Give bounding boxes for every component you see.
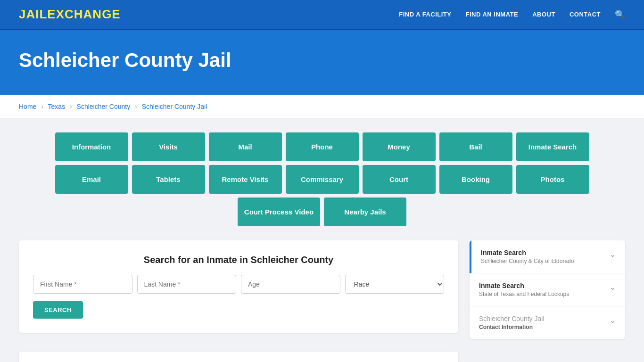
sidebar-item-1[interactable]: Inmate Search State of Texas and Federal… bbox=[470, 273, 625, 306]
chevron-down-icon-2: ⌄ bbox=[610, 316, 616, 325]
logo-exchange: EXCHANGE bbox=[47, 7, 120, 21]
sidebar-item-0[interactable]: Inmate Search Schleicher County & City o… bbox=[470, 240, 625, 273]
btn-court[interactable]: Court bbox=[363, 165, 436, 194]
logo-jail: JAIL bbox=[19, 7, 47, 21]
nav-links: FIND A FACILITY FIND AN INMATE ABOUT CON… bbox=[399, 9, 625, 20]
page-title: Schleicher County Jail bbox=[19, 49, 625, 72]
breadcrumb-texas[interactable]: Texas bbox=[48, 103, 66, 110]
btn-tablets[interactable]: Tablets bbox=[132, 165, 205, 194]
search-section: Search for an Inmate in Schleicher Count… bbox=[19, 240, 458, 333]
btn-booking[interactable]: Booking bbox=[439, 165, 512, 194]
button-row-3: Court Process Video Nearby Jails bbox=[19, 197, 625, 226]
nav-find-inmate[interactable]: FIND AN INMATE bbox=[465, 11, 518, 18]
sidebar-item-2-title: Schleicher County Jail bbox=[479, 315, 545, 322]
race-select[interactable]: Race White Black Hispanic Asian Other bbox=[345, 275, 445, 294]
button-row-2: Email Tablets Remote Visits Commissary C… bbox=[19, 165, 625, 194]
sidebar-item-2-subtitle: Contact Information bbox=[479, 324, 545, 330]
sidebar-card: Inmate Search Schleicher County & City o… bbox=[470, 240, 625, 339]
btn-commissary[interactable]: Commissary bbox=[286, 165, 359, 194]
last-name-input[interactable] bbox=[137, 275, 237, 294]
hero-section: Schleicher County Jail bbox=[0, 30, 644, 95]
sidebar-item-0-text: Inmate Search Schleicher County & City o… bbox=[481, 249, 574, 264]
sidebar-item-0-title: Inmate Search bbox=[481, 249, 574, 256]
btn-remote-visits[interactable]: Remote Visits bbox=[209, 165, 282, 194]
breadcrumb-sep-1: › bbox=[41, 103, 43, 110]
btn-inmate-search[interactable]: Inmate Search bbox=[516, 132, 589, 161]
sidebar: Inmate Search Schleicher County & City o… bbox=[470, 240, 625, 339]
sidebar-item-1-text: Inmate Search State of Texas and Federal… bbox=[479, 282, 569, 297]
search-title: Search for an Inmate in Schleicher Count… bbox=[33, 255, 444, 265]
breadcrumb-sep-3: › bbox=[135, 103, 137, 110]
nav-find-facility[interactable]: FIND A FACILITY bbox=[399, 11, 451, 18]
nav-about[interactable]: ABOUT bbox=[532, 11, 555, 18]
button-grid: Information Visits Mail Phone Money Bail… bbox=[19, 132, 625, 226]
breadcrumb-current: Schleicher County Jail bbox=[142, 103, 207, 110]
first-name-input[interactable] bbox=[33, 275, 132, 294]
search-icon[interactable]: 🔍 bbox=[615, 9, 625, 20]
btn-email[interactable]: Email bbox=[55, 165, 128, 194]
age-input[interactable] bbox=[241, 275, 340, 294]
button-row-1: Information Visits Mail Phone Money Bail… bbox=[19, 132, 625, 161]
navbar: JAILEXCHANGE FIND A FACILITY FIND AN INM… bbox=[0, 0, 644, 30]
breadcrumb: Home › Texas › Schleicher County › Schle… bbox=[0, 95, 644, 118]
btn-visits[interactable]: Visits bbox=[132, 132, 205, 161]
sidebar-item-1-title: Inmate Search bbox=[479, 282, 569, 289]
btn-nearby-jails[interactable]: Nearby Jails bbox=[324, 197, 406, 226]
site-logo[interactable]: JAILEXCHANGE bbox=[19, 7, 121, 22]
search-inputs: Race White Black Hispanic Asian Other bbox=[33, 275, 444, 294]
btn-court-process-video[interactable]: Court Process Video bbox=[238, 197, 320, 226]
search-button[interactable]: SEARCH bbox=[33, 301, 83, 319]
btn-information[interactable]: Information bbox=[55, 132, 128, 161]
btn-money[interactable]: Money bbox=[363, 132, 436, 161]
btn-photos[interactable]: Photos bbox=[516, 165, 589, 194]
nav-contact[interactable]: CONTACT bbox=[570, 11, 601, 18]
btn-bail[interactable]: Bail bbox=[439, 132, 512, 161]
sidebar-item-2-text: Schleicher County Jail Contact Informati… bbox=[479, 315, 545, 330]
breadcrumb-home[interactable]: Home bbox=[19, 103, 36, 110]
jail-info-section: Schleicher County Jail Information bbox=[19, 352, 458, 362]
two-col-layout: Search for an Inmate in Schleicher Count… bbox=[19, 240, 625, 362]
chevron-down-icon-0: ⌄ bbox=[610, 250, 616, 259]
chevron-down-icon-1: ⌄ bbox=[610, 283, 616, 292]
btn-phone[interactable]: Phone bbox=[286, 132, 359, 161]
sidebar-item-1-subtitle: State of Texas and Federal Lockups bbox=[479, 291, 569, 297]
breadcrumb-sep-2: › bbox=[70, 103, 72, 110]
btn-mail[interactable]: Mail bbox=[209, 132, 282, 161]
sidebar-item-2[interactable]: Schleicher County Jail Contact Informati… bbox=[470, 306, 625, 339]
main-content: Information Visits Mail Phone Money Bail… bbox=[0, 118, 644, 362]
breadcrumb-county[interactable]: Schleicher County bbox=[77, 103, 131, 110]
sidebar-item-0-subtitle: Schleicher County & City of Eldorado bbox=[481, 258, 574, 264]
